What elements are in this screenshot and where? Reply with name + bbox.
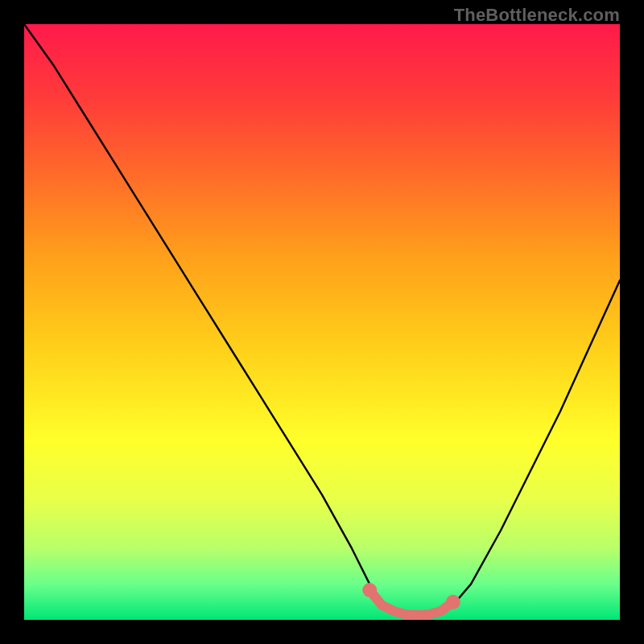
optimal-range-line [369, 590, 453, 615]
chart-overlay [24, 24, 620, 620]
chart-frame: TheBottleneck.com [0, 0, 644, 644]
optimal-range-endpoint [446, 595, 460, 609]
optimal-range-markers [362, 583, 460, 615]
optimal-range-endpoint [362, 583, 377, 597]
bottleneck-curve [24, 24, 620, 615]
watermark-text: TheBottleneck.com [454, 5, 620, 26]
